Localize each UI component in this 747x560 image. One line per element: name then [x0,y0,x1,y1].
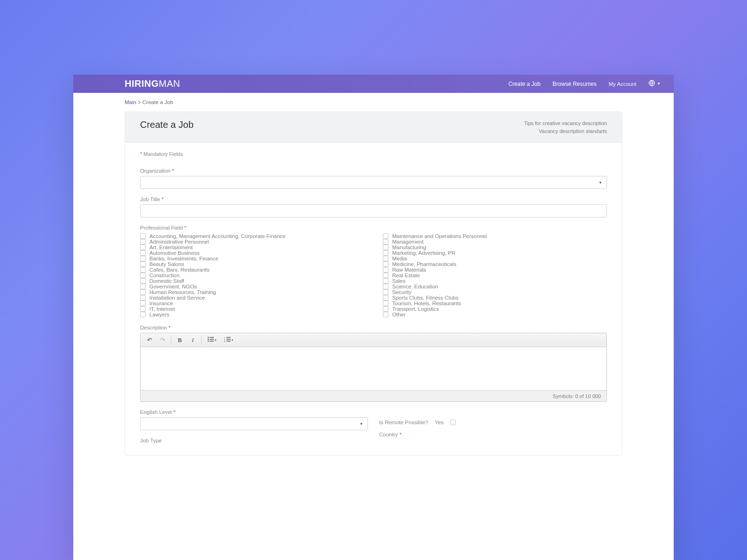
professional-field-option[interactable]: Sales [383,278,607,284]
professional-field-option[interactable]: Beauty Salons [140,261,364,267]
description-editor: ↶ ↷ B I ▾ [140,333,607,402]
field-checkbox[interactable] [383,239,388,245]
professional-field-option[interactable]: Maintenance and Operations Personnel [383,233,607,239]
professional-field-option[interactable]: Administrative Personnel [140,239,364,245]
field-checkbox[interactable] [383,284,388,289]
professional-field-option[interactable]: Security [383,289,607,295]
professional-field-option[interactable]: Marketing, Advertising, PR [383,250,607,256]
bold-button[interactable]: B [174,335,186,345]
field-label: Sports Clubs, Fitness Clubs [392,295,458,301]
job-title-input[interactable] [140,204,607,217]
field-checkbox[interactable] [383,256,388,261]
nav-create-job[interactable]: Create a Job [508,81,541,87]
field-checkbox[interactable] [140,301,146,306]
field-checkbox[interactable] [383,250,388,256]
label-job-type: Job Type [140,438,368,443]
field-description: Description * ↶ ↷ B I [140,325,607,402]
professional-field-option[interactable]: Sports Clubs, Fitness Clubs [383,295,607,301]
breadcrumb-current: Create a Job [142,99,173,105]
redo-button[interactable]: ↷ [156,335,169,345]
field-checkbox[interactable] [140,250,146,256]
professional-field-option[interactable]: Other [383,312,607,317]
professional-field-option[interactable]: IT, Internet [140,306,364,312]
field-checkbox[interactable] [140,306,146,312]
field-checkbox[interactable] [383,273,388,278]
field-checkbox[interactable] [383,245,388,250]
field-checkbox[interactable] [383,289,388,295]
undo-button[interactable]: ↶ [143,335,155,345]
language-selector[interactable]: ▼ [648,80,661,88]
breadcrumb-main[interactable]: Main [125,99,136,105]
field-checkbox[interactable] [383,267,388,273]
field-checkbox[interactable] [140,261,146,267]
organization-select[interactable] [140,176,607,189]
field-checkbox[interactable] [140,273,146,278]
professional-field-option[interactable]: Banks, Investments, Finance [140,256,364,261]
svg-rect-12 [226,341,231,341]
professional-field-option[interactable]: Medicine, Pharmaceuticals [383,261,607,267]
description-textarea[interactable] [141,347,606,390]
bullet-list-button[interactable]: ▾ [204,335,220,345]
professional-field-option[interactable]: Science, Education [383,284,607,289]
field-checkbox[interactable] [140,267,146,273]
professional-field-grid: Accounting, Management Accounting, Corpo… [140,233,607,317]
globe-icon [648,80,655,88]
field-checkbox[interactable] [383,261,388,267]
field-checkbox[interactable] [383,301,388,306]
nav-browse-resumes[interactable]: Browse Resumes [553,81,597,87]
field-job-title: Job Title * [140,196,607,217]
field-checkbox[interactable] [140,295,146,301]
field-checkbox[interactable] [383,233,388,239]
professional-field-option[interactable]: Real Estate [383,273,607,278]
number-list-button[interactable]: 123 ▾ [221,335,237,345]
field-label: Domestic Staff [149,278,184,284]
field-checkbox[interactable] [140,312,146,317]
professional-field-option[interactable]: Construction [140,273,364,278]
professional-field-option[interactable]: Lawyers [140,312,364,317]
remote-checkbox[interactable] [450,420,456,425]
mandatory-text: Mandatory Fields [142,151,183,157]
nav: Create a Job Browse Resumes My Account ▼ [508,80,661,88]
professional-field-option[interactable]: Human Resources, Training [140,289,364,295]
field-checkbox[interactable] [383,278,388,284]
professional-field-option[interactable]: Manufacturing [383,245,607,250]
symbol-count: Symbols: 0 of 10 000 [553,393,601,399]
professional-field-option[interactable]: Accounting, Management Accounting, Corpo… [140,233,364,239]
label-professional-field: Professional Field * [140,225,607,231]
field-checkbox[interactable] [140,233,146,239]
page-title: Create a Job [140,119,194,130]
field-checkbox[interactable] [140,256,146,261]
nav-my-account[interactable]: My Account [609,81,636,87]
professional-field-option[interactable]: Raw Materials [383,267,607,273]
professional-field-option[interactable]: Media [383,256,607,261]
field-checkbox[interactable] [140,278,146,284]
field-label: Government, NGOs [149,284,197,289]
english-level-select[interactable] [140,417,368,430]
field-checkbox[interactable] [383,306,388,312]
chevron-down-icon: ▾ [215,338,217,342]
professional-field-option[interactable]: Transport, Logistics [383,306,607,312]
field-checkbox[interactable] [140,289,146,295]
field-checkbox[interactable] [140,245,146,250]
field-label: Administrative Personnel [149,239,209,245]
tip-standards-link[interactable]: Vacancy description standarts [524,127,607,135]
label-english-level: English Level * [140,409,368,415]
professional-field-option[interactable]: Management [383,239,607,245]
field-checkbox[interactable] [140,284,146,289]
professional-field-option[interactable]: Insurance [140,301,364,306]
field-label: Accounting, Management Accounting, Corpo… [149,233,286,239]
logo-bold: HIRING [125,78,159,89]
professional-field-option[interactable]: Installation and Service [140,295,364,301]
tip-creative-link[interactable]: Tips for creative vacancy description [524,119,607,127]
professional-field-option[interactable]: Domestic Staff [140,278,364,284]
professional-field-option[interactable]: Cafes, Bars, Restaurants [140,267,364,273]
italic-button[interactable]: I [187,335,199,345]
app-window: HIRINGMAN Create a Job Browse Resumes My… [73,75,674,560]
field-checkbox[interactable] [383,312,388,317]
professional-field-option[interactable]: Tourism, Hotels, Restaurants [383,301,607,306]
professional-field-option[interactable]: Automotive Business [140,250,364,256]
field-checkbox[interactable] [140,239,146,245]
field-checkbox[interactable] [383,295,388,301]
professional-field-option[interactable]: Art, Entertainment [140,245,364,250]
professional-field-option[interactable]: Government, NGOs [140,284,364,289]
